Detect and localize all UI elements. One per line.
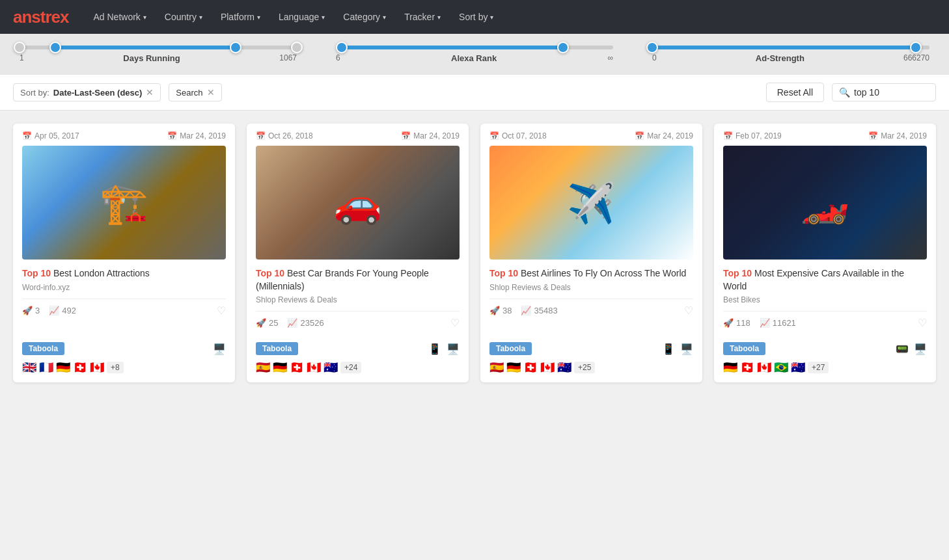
search-icon: 🔍 [839,87,850,98]
slider-min: 0 [652,53,657,63]
alexa-rank-slider: 6 Alexa Rank ∞ [336,46,613,63]
search-close-icon[interactable]: ✕ [207,87,215,98]
slider-fill [652,46,916,49]
search-filter-tag[interactable]: Search ✕ [169,83,221,101]
calendar-icon: 📅 [635,131,644,140]
nav-language[interactable]: Language ▾ [272,8,331,26]
desktop-icon: 🖥️ [914,343,927,355]
stat-trend: 📈 23526 [287,318,323,328]
slider-thumb-right[interactable] [557,42,569,53]
card-image[interactable] [22,146,226,260]
slider-track[interactable] [336,46,613,49]
title-rest: Best London Attractions [53,268,150,278]
slider-labels: 1 Days Running 1067 [20,53,297,63]
flag: 🇩🇪 [56,360,70,375]
heart-icon[interactable]: ♡ [217,304,226,317]
card-devices: 📱 🖥️ [662,343,693,355]
chevron-down-icon: ▾ [199,14,202,21]
slider-track[interactable] [20,46,297,49]
brand-suffix: ex [51,7,69,27]
reset-all-button[interactable]: Reset All [766,83,824,102]
nav-ad-network[interactable]: Ad Network ▾ [87,8,153,26]
stat-strength: 🚀 3 [22,306,40,315]
flag: 🇨🇦 [90,360,104,375]
card-title: Top 10 Best Airlines To Fly On Across Th… [489,267,693,280]
flag: 🇨🇭 [523,360,538,375]
card-1: 📅 Apr 05, 2017 📅 Mar 24, 2019 Top 10 Bes… [13,124,235,382]
sort-label: Sort by: [20,88,49,98]
nav-platform[interactable]: Platform ▾ [214,8,267,26]
nav-tracker[interactable]: Tracker ▾ [398,8,447,26]
network-badge: Taboola [723,342,765,355]
calendar-icon: 📅 [22,131,32,140]
flags-more: +8 [107,362,124,373]
slider-thumb-mid1[interactable] [49,42,61,53]
tablet-icon: 📟 [896,343,909,355]
flag: 🇩🇪 [723,360,737,375]
title-highlight: Top 10 [489,268,518,278]
nav-sort-by[interactable]: Sort by ▾ [452,8,500,26]
calendar-icon: 📅 [489,131,499,140]
flag: 🇧🇷 [774,360,788,375]
sort-filter-tag[interactable]: Sort by: Date-Last-Seen (desc) ✕ [13,83,161,101]
network-badge: Taboola [22,342,64,355]
title-highlight: Top 10 [256,268,284,278]
flags-more: +25 [574,362,595,373]
heart-icon[interactable]: ♡ [450,317,460,329]
calendar-icon: 📅 [256,131,266,140]
slider-thumb-mid2[interactable] [230,42,241,53]
heart-icon[interactable]: ♡ [684,304,693,317]
navbar: anstrex Ad Network ▾ Country ▾ Platform … [0,0,949,34]
calendar-icon: 📅 [401,131,411,140]
slider-thumb-left[interactable] [14,42,25,53]
slider-min: 1 [20,53,24,63]
zoom-icon: 🔍 [579,191,605,215]
flag: 🇦🇺 [557,360,571,375]
card-image[interactable]: 🔍 [489,146,693,260]
card-content: Top 10 Best London Attractions Word-info… [13,260,235,337]
slider-track[interactable] [652,46,929,49]
nav-country[interactable]: Country ▾ [158,8,209,26]
nav-category[interactable]: Category ▾ [337,8,392,26]
slider-max: 666270 [903,53,929,63]
search-input[interactable] [854,87,919,98]
search-box[interactable]: 🔍 [832,83,936,101]
slider-fill [342,46,564,49]
card-dates: 📅 Oct 26, 2018 📅 Mar 24, 2019 [247,124,469,146]
card-image[interactable] [256,146,460,260]
card-stats: 🚀 38 📈 35483 ♡ [489,304,693,317]
slider-thumb-right[interactable] [910,42,922,53]
title-highlight: Top 10 [22,268,51,278]
date-end: 📅 Mar 24, 2019 [868,131,927,140]
title-highlight: Top 10 [723,268,752,278]
stat-strength: 🚀 38 [489,306,512,315]
stat-trend: 📈 492 [49,306,76,315]
card-devices: 🖥️ [213,343,226,355]
flag: 🇪🇸 [256,360,270,375]
chevron-down-icon: ▾ [490,14,493,21]
date-end: 📅 Mar 24, 2019 [401,131,460,140]
desktop-icon: 🖥️ [447,343,460,355]
flag: 🇨🇦 [307,360,321,375]
card-source: Shlop Reviews & Deals [489,283,693,292]
date-end: 📅 Mar 24, 2019 [167,131,226,140]
stat-trend: 📈 35483 [521,306,557,315]
sort-close-icon[interactable]: ✕ [146,87,154,98]
card-flags: 🇪🇸 🇩🇪 🇨🇭 🇨🇦 🇦🇺 +25 [489,360,693,375]
slider-thumb-left[interactable] [646,42,658,53]
heart-icon[interactable]: ♡ [918,317,927,329]
slider-min: 6 [336,53,340,63]
slider-label: Ad-Strength [756,53,805,63]
slider-thumb-left[interactable] [336,42,348,53]
card-image[interactable] [723,146,927,260]
card-footer: Taboola 📱 🖥️ 🇪🇸 🇩🇪 🇨🇭 🇨🇦 🇦🇺 +24 [247,337,469,382]
trend-icon: 📈 [521,306,531,315]
date-start: 📅 Feb 07, 2019 [723,131,782,140]
chevron-down-icon: ▾ [143,14,146,21]
slider-thumb-right[interactable] [291,42,303,53]
card-4: 📅 Feb 07, 2019 📅 Mar 24, 2019 Top 10 Mos… [714,124,936,382]
date-start: 📅 Oct 07, 2018 [489,131,547,140]
card-2: 📅 Oct 26, 2018 📅 Mar 24, 2019 Top 10 Bes… [247,124,469,382]
card-title: Top 10 Most Expensive Cars Available in … [723,267,927,293]
flag: 🇦🇺 [791,360,805,375]
